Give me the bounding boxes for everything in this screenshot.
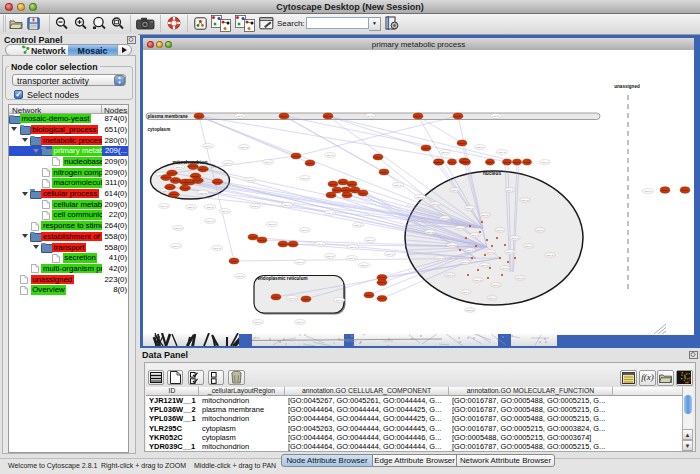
svg-text:(abc-1): (abc-1) [492, 284, 500, 287]
svg-text:(YDR00...): (YDR00...) [379, 171, 390, 173]
svg-text:(YDR00...): (YDR00...) [453, 115, 464, 117]
svg-text:(YDR00...): (YDR00...) [413, 115, 424, 117]
svg-text:(abc-1): (abc-1) [506, 251, 514, 254]
svg-text:(abc-1): (abc-1) [326, 154, 334, 157]
svg-text:(abc-1): (abc-1) [456, 227, 464, 230]
svg-text:(abc-1): (abc-1) [436, 257, 444, 260]
svg-text:(abc-1): (abc-1) [416, 196, 424, 199]
svg-text:(abc-1): (abc-1) [506, 189, 514, 192]
svg-text:(abc-1): (abc-1) [283, 204, 291, 207]
svg-text:(abc-1): (abc-1) [481, 264, 489, 267]
svg-text:(abc-1): (abc-1) [451, 189, 459, 192]
svg-text:(YDR00...): (YDR00...) [660, 189, 671, 191]
svg-text:(abc-1): (abc-1) [160, 205, 168, 208]
svg-text:(abc-1): (abc-1) [386, 253, 394, 256]
svg-text:(abc-1): (abc-1) [441, 151, 449, 154]
svg-text:(YDR00...): (YDR00...) [301, 298, 312, 300]
svg-text:(abc-1): (abc-1) [446, 274, 454, 277]
svg-text:(abc-1): (abc-1) [521, 199, 529, 202]
svg-text:(YDR00...): (YDR00...) [522, 161, 533, 163]
svg-text:(abc-1): (abc-1) [476, 146, 484, 149]
svg-text:(YDR00...): (YDR00...) [198, 168, 209, 170]
svg-text:(YDR00...): (YDR00...) [421, 147, 432, 149]
svg-text:(YDR00...): (YDR00...) [193, 179, 204, 181]
svg-text:(YDR00...): (YDR00...) [347, 183, 358, 185]
svg-text:(YDR00...): (YDR00...) [447, 161, 458, 163]
svg-text:(abc-1): (abc-1) [264, 161, 272, 164]
svg-text:(YDR00...): (YDR00...) [377, 281, 388, 283]
svg-text:(abc-1): (abc-1) [335, 299, 343, 302]
svg-text:(abc-1): (abc-1) [301, 229, 309, 232]
svg-text:(abc-1): (abc-1) [536, 229, 544, 232]
svg-text:(abc-1): (abc-1) [251, 205, 259, 208]
svg-text:(abc-1): (abc-1) [466, 249, 474, 252]
svg-text:(abc-1): (abc-1) [492, 115, 500, 118]
svg-text:(YDR00...): (YDR00...) [512, 161, 523, 163]
svg-text:(abc-1): (abc-1) [296, 321, 304, 324]
svg-text:(YDR00...): (YDR00...) [680, 189, 691, 191]
svg-text:(abc-1): (abc-1) [296, 261, 304, 264]
svg-text:(YDR00...): (YDR00...) [165, 186, 176, 188]
svg-text:(abc-1): (abc-1) [254, 321, 262, 324]
svg-text:(YDR00...): (YDR00...) [188, 165, 199, 167]
svg-text:(abc-1): (abc-1) [348, 257, 356, 260]
svg-text:(YDR00...): (YDR00...) [358, 192, 369, 194]
svg-text:(abc-1): (abc-1) [366, 115, 374, 118]
svg-text:endoplasmic reticulum: endoplasmic reticulum [258, 276, 308, 281]
svg-text:(abc-1): (abc-1) [326, 255, 334, 258]
svg-text:(abc-1): (abc-1) [474, 279, 482, 282]
svg-text:(YDR00...): (YDR00...) [502, 161, 513, 163]
svg-text:(YDR00...): (YDR00...) [194, 115, 205, 117]
svg-text:nucleus: nucleus [483, 171, 501, 176]
svg-text:(YDR00...): (YDR00...) [461, 161, 472, 163]
svg-text:(abc-1): (abc-1) [501, 267, 509, 270]
svg-text:(abc-1): (abc-1) [488, 297, 496, 300]
svg-text:(YDR00...): (YDR00...) [342, 194, 353, 196]
svg-text:(YDR00...): (YDR00...) [271, 296, 282, 298]
svg-text:(abc-1): (abc-1) [426, 231, 434, 234]
svg-text:(abc-1): (abc-1) [349, 246, 357, 249]
svg-text:(YDR00...): (YDR00...) [485, 161, 496, 163]
svg-text:(YDR00...): (YDR00...) [180, 187, 191, 189]
svg-text:cytoplasm: cytoplasm [148, 127, 171, 132]
svg-text:(abc-1): (abc-1) [498, 151, 506, 154]
svg-text:(abc-1): (abc-1) [496, 229, 504, 232]
svg-text:(abc-1): (abc-1) [301, 177, 309, 180]
svg-text:(YDR00...): (YDR00...) [257, 239, 268, 241]
svg-text:(YDR00...): (YDR00...) [377, 297, 388, 299]
svg-text:(abc-1): (abc-1) [206, 220, 214, 223]
svg-text:(abc-1): (abc-1) [394, 184, 402, 187]
svg-text:(YDR00...): (YDR00...) [457, 142, 468, 144]
svg-text:(abc-1): (abc-1) [240, 146, 248, 149]
svg-text:(abc-1): (abc-1) [462, 291, 470, 294]
svg-text:(abc-1): (abc-1) [466, 207, 474, 210]
svg-text:(abc-1): (abc-1) [366, 239, 374, 242]
svg-text:(YDR00...): (YDR00...) [305, 162, 316, 164]
svg-text:(abc-1): (abc-1) [199, 192, 207, 195]
svg-text:(abc-1): (abc-1) [644, 190, 652, 193]
svg-text:(abc-1): (abc-1) [448, 244, 456, 247]
svg-text:(YDR00...): (YDR00...) [326, 194, 337, 196]
svg-text:(abc-1): (abc-1) [326, 212, 334, 215]
svg-text:(abc-1): (abc-1) [354, 224, 362, 227]
svg-text:(abc-1): (abc-1) [175, 166, 183, 169]
svg-text:(YDR00...): (YDR00...) [229, 260, 240, 262]
svg-text:(YDR00...): (YDR00...) [291, 155, 302, 157]
svg-text:(YDR00...): (YDR00...) [190, 175, 201, 177]
svg-text:(abc-1): (abc-1) [213, 247, 221, 250]
svg-text:(abc-1): (abc-1) [174, 227, 182, 230]
svg-text:(YDR00...): (YDR00...) [364, 294, 375, 296]
svg-text:(abc-1): (abc-1) [431, 203, 439, 206]
svg-text:unassigned: unassigned [614, 84, 640, 89]
svg-text:(abc-1): (abc-1) [466, 309, 474, 312]
svg-text:(YDR00...): (YDR00...) [373, 156, 384, 158]
svg-text:(YDR00...): (YDR00...) [288, 243, 299, 245]
svg-text:(abc-1): (abc-1) [516, 277, 524, 280]
svg-text:(abc-1): (abc-1) [204, 145, 212, 148]
svg-text:(YDR00...): (YDR00...) [212, 181, 223, 183]
svg-text:(abc-1): (abc-1) [486, 251, 494, 254]
svg-text:(YDR00...): (YDR00...) [248, 236, 259, 238]
svg-text:(YDR00...): (YDR00...) [433, 161, 444, 163]
svg-text:(abc-1): (abc-1) [172, 245, 180, 248]
svg-text:(abc-1): (abc-1) [360, 264, 368, 267]
